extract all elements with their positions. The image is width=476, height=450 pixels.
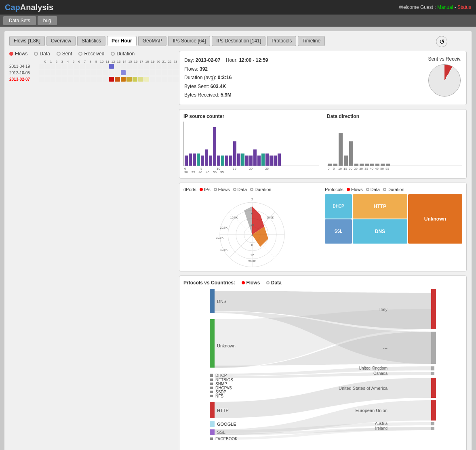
heatmap-cell[interactable]	[44, 64, 50, 69]
heatmap-cell[interactable]	[80, 64, 85, 69]
heatmap-cell[interactable]	[97, 77, 103, 82]
heatmap-cell[interactable]	[39, 64, 44, 69]
heatmap-cell[interactable]	[162, 64, 167, 69]
heatmap-cell[interactable]	[168, 77, 173, 82]
heatmap-cell[interactable]	[91, 64, 97, 69]
heatmap-cell[interactable]	[126, 64, 132, 69]
heatmap-cell[interactable]	[162, 70, 167, 75]
manual-link[interactable]: Manual	[437, 4, 453, 10]
heatmap-cell[interactable]	[173, 70, 179, 75]
radio-dutation[interactable]: Dutation	[111, 51, 135, 57]
heatmap-cell[interactable]	[68, 70, 73, 75]
radio-sent[interactable]: Sent	[57, 51, 72, 57]
heatmap-cell[interactable]	[44, 70, 50, 75]
heatmap-cell[interactable]	[80, 70, 85, 75]
heatmap-cell[interactable]	[115, 64, 120, 69]
dport-radio-data[interactable]: Data	[233, 187, 247, 192]
tab-geomap[interactable]: GeoMAP	[138, 36, 167, 46]
heatmap-cell[interactable]	[103, 70, 108, 75]
heatmap-cell[interactable]	[86, 77, 91, 82]
heatmap-cell[interactable]	[109, 70, 114, 75]
radio-received[interactable]: Received	[78, 51, 104, 57]
heatmap-cell[interactable]	[39, 77, 44, 82]
heatmap-cell[interactable]	[121, 70, 126, 75]
heatmap-cell[interactable]	[121, 64, 126, 69]
heatmap-cell[interactable]	[150, 64, 155, 69]
heatmap-cell[interactable]	[168, 64, 173, 69]
reload-button[interactable]: ↺	[436, 36, 447, 47]
heatmap-cell[interactable]	[144, 70, 150, 75]
heatmap-cell[interactable]	[115, 77, 120, 82]
nav-bug[interactable]: bug	[38, 16, 57, 25]
heatmap-cell[interactable]	[74, 77, 79, 82]
heatmap-cell[interactable]	[156, 70, 161, 75]
heatmap-cell[interactable]	[91, 70, 97, 75]
proto-radio-duration[interactable]: Duration	[383, 187, 404, 192]
heatmap-cell[interactable]	[74, 64, 79, 69]
heatmap-cell[interactable]	[68, 77, 73, 82]
heatmap-cell[interactable]	[133, 77, 138, 82]
nav-datasets[interactable]: Data Sets	[3, 16, 36, 25]
heatmap-cell[interactable]	[56, 70, 61, 75]
tab-statistics[interactable]: Statistics	[77, 36, 105, 46]
dport-radio-duration[interactable]: Duration	[250, 187, 272, 192]
proto-radio-data[interactable]: Data	[366, 187, 380, 192]
heatmap-cell[interactable]	[150, 70, 155, 75]
tab-per-hour[interactable]: Per Hour	[107, 36, 137, 46]
heatmap-cell[interactable]	[115, 70, 120, 75]
tab-ips-destination[interactable]: IPs Destination [141]	[212, 36, 265, 46]
tab-overview[interactable]: Overview	[46, 36, 76, 46]
heatmap-cell[interactable]	[39, 70, 44, 75]
heatmap-cell[interactable]	[144, 77, 150, 82]
heatmap-cell[interactable]	[44, 77, 50, 82]
heatmap-cell[interactable]	[103, 77, 108, 82]
heatmap-cell[interactable]	[86, 64, 91, 69]
sankey-radio-flows[interactable]: Flows	[242, 280, 260, 286]
heatmap-cell[interactable]	[97, 64, 103, 69]
heatmap-cell[interactable]	[80, 77, 85, 82]
heatmap-cell[interactable]	[51, 64, 56, 69]
tab-protocols[interactable]: Protocols	[267, 36, 296, 46]
status-link[interactable]: Status	[457, 4, 471, 10]
heatmap-cell[interactable]	[51, 77, 56, 82]
dport-radio-flows[interactable]: Flows	[214, 187, 230, 192]
dport-radio-ips[interactable]: IPs	[200, 187, 211, 192]
heatmap-cell[interactable]	[133, 64, 138, 69]
heatmap-cell[interactable]	[97, 70, 103, 75]
heatmap-cell[interactable]	[62, 70, 67, 75]
proto-radio-flows[interactable]: Flows	[347, 187, 363, 192]
heatmap-cell[interactable]	[138, 70, 143, 75]
heatmap-cell[interactable]	[126, 70, 132, 75]
heatmap-cell[interactable]	[51, 70, 56, 75]
heatmap-cell[interactable]	[156, 77, 161, 82]
tab-ips-source[interactable]: IPs Source [64]	[168, 36, 210, 46]
heatmap-cell[interactable]	[56, 77, 61, 82]
heatmap-cell[interactable]	[56, 64, 61, 69]
heatmap-cell[interactable]	[133, 70, 138, 75]
tab-timeline[interactable]: Timeline	[298, 36, 325, 46]
heatmap-cell[interactable]	[62, 64, 67, 69]
radio-flows[interactable]: Flows	[9, 51, 27, 57]
heatmap-cell[interactable]	[173, 77, 179, 82]
tab-flows[interactable]: Flows [1.8K]	[9, 36, 45, 46]
heatmap-cell[interactable]	[103, 64, 108, 69]
heatmap-cell[interactable]	[62, 77, 67, 82]
heatmap-cell[interactable]	[138, 64, 143, 69]
heatmap-cell[interactable]	[68, 64, 73, 69]
heatmap-cell[interactable]	[173, 64, 179, 69]
heatmap-cell[interactable]	[126, 77, 132, 82]
heatmap-cell[interactable]	[86, 70, 91, 75]
heatmap-cell[interactable]	[156, 64, 161, 69]
radio-data[interactable]: Data	[34, 51, 50, 57]
heatmap-cell[interactable]	[109, 64, 114, 69]
sankey-radio-data[interactable]: Data	[266, 280, 281, 286]
heatmap-cell[interactable]	[109, 77, 114, 82]
heatmap-cell[interactable]	[162, 77, 167, 82]
heatmap-cell[interactable]	[168, 70, 173, 75]
heatmap-cell[interactable]	[138, 77, 143, 82]
heatmap-cell[interactable]	[144, 64, 150, 69]
heatmap-cell[interactable]	[150, 77, 155, 82]
heatmap-cell[interactable]	[121, 77, 126, 82]
heatmap-cell[interactable]	[91, 77, 97, 82]
heatmap-cell[interactable]	[74, 70, 79, 75]
